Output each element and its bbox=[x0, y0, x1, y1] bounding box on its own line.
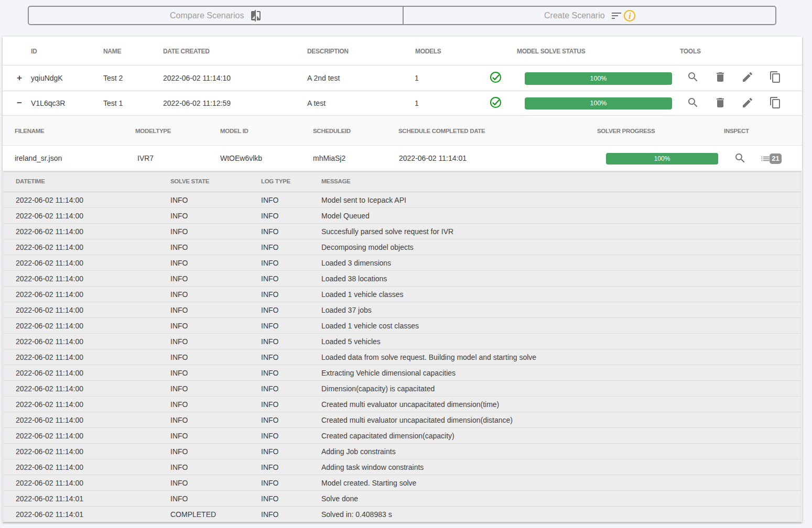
svg-text:i: i bbox=[629, 10, 631, 21]
